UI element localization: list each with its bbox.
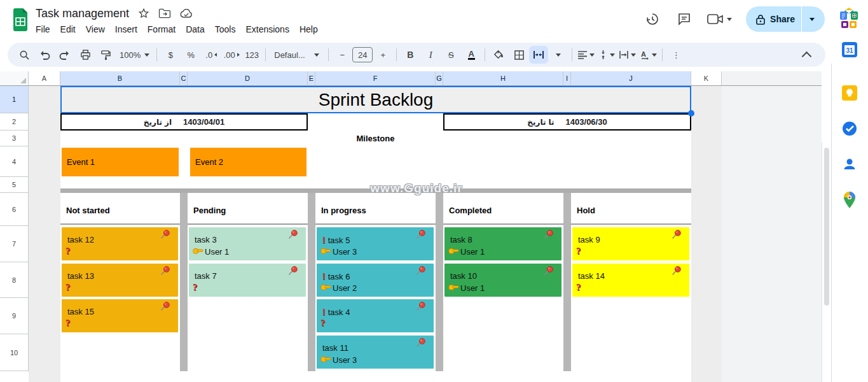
task-card-task-10[interactable]: task 10User 1	[444, 264, 561, 297]
column-header-A[interactable]: A	[29, 71, 60, 86]
vertical-scrollbar[interactable]	[822, 143, 831, 382]
menu-edit[interactable]: Edit	[55, 23, 81, 36]
column-header-G[interactable]: G	[436, 71, 443, 86]
event-2-cell[interactable]: Event 2	[190, 148, 307, 176]
merge-cells-button[interactable]	[529, 46, 548, 64]
google-maps-icon[interactable]	[841, 191, 858, 209]
menu-data[interactable]: Data	[181, 23, 210, 36]
text-rotation-button[interactable]: A	[638, 46, 659, 64]
decrease-decimal-button[interactable]: .0	[201, 46, 221, 64]
text-wrap-button[interactable]	[617, 46, 638, 64]
share-dropdown-caret[interactable]	[802, 18, 822, 21]
row-header-4[interactable]: 4	[0, 146, 29, 177]
increase-decimal-button[interactable]: .00	[221, 46, 242, 64]
star-icon[interactable]	[138, 8, 149, 19]
task-card-task-15[interactable]: task 15?	[62, 299, 178, 332]
menu-format[interactable]: Format	[142, 23, 181, 36]
menu-tools[interactable]: Tools	[210, 23, 241, 36]
google-keep-icon[interactable]	[841, 84, 858, 102]
row-header-3[interactable]: 3	[0, 131, 29, 146]
column-header-B[interactable]: B	[60, 71, 180, 86]
selection-fill-handle[interactable]	[688, 110, 694, 117]
task-card-task-13[interactable]: task 13?	[62, 264, 178, 297]
format-currency-button[interactable]: $	[160, 46, 181, 64]
google-tasks-icon[interactable]	[841, 120, 858, 138]
column-header-F[interactable]: F	[315, 71, 436, 86]
row-header-6[interactable]: 6	[0, 193, 29, 226]
row-header-5[interactable]: 5	[0, 177, 29, 193]
text-color-button[interactable]: A	[461, 46, 481, 64]
column-header-H[interactable]: H	[443, 71, 563, 86]
menu-help[interactable]: Help	[294, 23, 323, 36]
merge-cells-caret[interactable]	[548, 46, 568, 64]
task-card-task-11[interactable]: task 11User 3	[317, 336, 434, 369]
number-format-button[interactable]: 123	[242, 46, 262, 64]
row-header-8[interactable]: 8	[0, 262, 29, 298]
google-contacts-icon[interactable]	[841, 155, 858, 173]
menu-view[interactable]: View	[81, 23, 110, 36]
collapse-toolbar-button[interactable]	[802, 51, 812, 61]
task-card-task-3[interactable]: task 3User 1	[189, 227, 306, 260]
workspace-apps-icon[interactable]	[839, 6, 859, 32]
row-header-2[interactable]: 2	[0, 113, 29, 131]
row-header-7[interactable]: 7	[0, 226, 29, 262]
italic-button[interactable]: I	[420, 46, 441, 64]
doc-title[interactable]: Task management	[36, 7, 129, 20]
task-card-task-6[interactable]: !task 6User 2	[317, 264, 434, 297]
menu-insert[interactable]: Insert	[110, 23, 142, 36]
scrollbar-thumb[interactable]	[824, 148, 829, 306]
comments-icon[interactable]	[675, 10, 693, 28]
task-card-task-8[interactable]: task 8User 1	[444, 227, 561, 260]
borders-button[interactable]	[509, 46, 529, 64]
task-card-task-5[interactable]: !task 5User 3	[317, 227, 434, 260]
column-header-K[interactable]: K	[691, 71, 722, 86]
more-toolbar-button[interactable]: ⋮	[666, 46, 686, 64]
horizontal-align-button[interactable]	[575, 46, 596, 64]
column-header-D[interactable]: D	[188, 71, 308, 86]
format-percent-button[interactable]: %	[181, 46, 201, 64]
zoom-control[interactable]: 100%	[116, 50, 153, 60]
increase-font-size-button[interactable]: +	[373, 46, 393, 64]
task-card-task-4[interactable]: !task 4?	[317, 299, 434, 332]
share-button[interactable]: Share	[746, 6, 825, 32]
print-button[interactable]	[75, 46, 95, 64]
move-folder-icon[interactable]	[158, 8, 171, 18]
undo-button[interactable]	[34, 46, 55, 64]
task-card-task-9[interactable]: task 9?	[572, 227, 689, 260]
font-selector[interactable]: Defaul...	[269, 50, 325, 60]
search-icon[interactable]	[14, 46, 34, 64]
version-history-icon[interactable]	[644, 10, 661, 28]
sprint-backlog-title-cell[interactable]: Sprint Backlog	[60, 86, 691, 113]
date-to-cell[interactable]: تا تاریخ 1403/06/30	[443, 113, 691, 131]
paint-format-button[interactable]	[95, 46, 116, 64]
event-1-cell[interactable]: Event 1	[62, 148, 179, 176]
column-header-I[interactable]: I	[563, 71, 571, 86]
date-from-cell[interactable]: از تاریخ 1403/04/01	[60, 113, 308, 131]
column-header-C[interactable]: C	[180, 71, 188, 86]
menu-extensions[interactable]: Extensions	[240, 23, 294, 36]
cloud-status-icon[interactable]	[180, 9, 193, 18]
google-calendar-icon[interactable]: 31	[841, 41, 858, 59]
task-card-task-12[interactable]: task 12?	[62, 227, 178, 260]
strikethrough-button[interactable]: S	[441, 46, 461, 64]
column-header-J[interactable]: J	[571, 71, 691, 86]
select-all-corner[interactable]	[0, 71, 29, 86]
vertical-align-button[interactable]	[596, 46, 617, 64]
column-header-E[interactable]: E	[308, 71, 315, 86]
sheets-logo[interactable]	[11, 8, 29, 34]
video-options-caret[interactable]	[727, 18, 732, 21]
row-header-1[interactable]: 1	[0, 86, 29, 113]
sheet-canvas[interactable]: Sprint Backlog از تاریخ 1403/04/01 تا تا…	[29, 86, 822, 382]
fill-color-button[interactable]	[488, 46, 509, 64]
row-header-10[interactable]: 10	[0, 334, 29, 371]
row-header-9[interactable]: 9	[0, 298, 29, 334]
task-card-task-14[interactable]: task 14?	[572, 264, 689, 297]
column-header-filler	[722, 71, 822, 86]
video-call-button[interactable]	[707, 13, 732, 25]
bold-button[interactable]: B	[400, 46, 420, 64]
task-card-task-7[interactable]: task 7?	[189, 264, 306, 297]
font-size-input[interactable]: 24	[352, 47, 373, 62]
menu-file[interactable]: File	[31, 23, 55, 36]
decrease-font-size-button[interactable]: −	[332, 46, 352, 64]
redo-button[interactable]	[55, 46, 75, 64]
